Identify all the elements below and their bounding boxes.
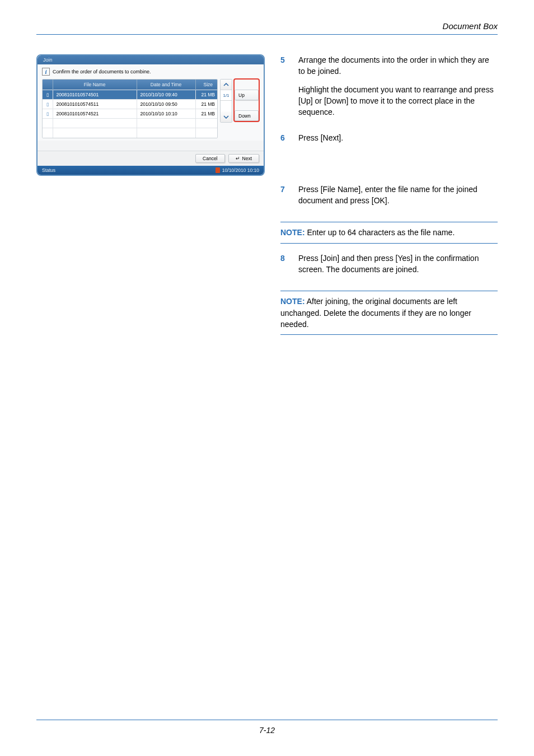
table-row (43, 119, 218, 128)
cell-size: 21 MB (195, 90, 218, 100)
note-text: Enter up to 64 characters as the file na… (305, 228, 455, 237)
join-panel: Join i Confirm the order of documents to… (36, 54, 265, 176)
next-label: Next (242, 156, 252, 161)
note-text: After joining, the original documents ar… (280, 297, 471, 329)
cell-size: 21 MB (195, 100, 218, 109)
step-number: 7 (280, 184, 288, 213)
chevron-down-icon (223, 115, 229, 119)
cell-name: 2008101010574511 (53, 100, 137, 109)
cell-date: 2010/10/10 10:10 (137, 109, 195, 119)
instructions: 5 Arrange the documents into the order i… (280, 54, 498, 344)
down-button[interactable]: Down (235, 110, 259, 121)
step-7: 7 Press [File Name], enter the file name… (280, 184, 498, 213)
table-row[interactable]: ▯ 2008101010574511 2010/10/10 09:50 21 M… (43, 100, 218, 109)
step-number: 8 (280, 253, 288, 282)
step-text: Press [Next]. (298, 132, 343, 143)
file-table: File Name Date and Time Size ▯ 200810101… (42, 79, 218, 138)
content-row: Join i Confirm the order of documents to… (36, 54, 498, 344)
page-indicator: 1/1 (221, 90, 232, 101)
next-button[interactable]: ↵Next (228, 154, 259, 163)
page-footer: 7-12 (0, 720, 534, 735)
note-1: NOTE: Enter up to 64 characters as the f… (280, 222, 498, 243)
cell-name: 2008101010574521 (53, 109, 137, 119)
status-bar: Status 10/10/2010 10:10 (38, 166, 264, 175)
info-row: i Confirm the order of documents to comb… (42, 68, 259, 76)
cancel-button[interactable]: Cancel (195, 154, 224, 163)
step-text: Arrange the documents into the order in … (298, 54, 498, 77)
step-text: Press [File Name], enter the file name f… (298, 184, 498, 207)
cell-date: 2010/10/10 09:40 (137, 90, 195, 100)
status-label[interactable]: Status (42, 167, 55, 174)
table-row[interactable]: ▯ 2008101010574501 2010/10/10 09:40 21 M… (43, 90, 218, 100)
table-row (43, 128, 218, 138)
page-number: 7-12 (259, 726, 275, 735)
page-header: Document Box (36, 21, 498, 35)
info-text: Confirm the order of documents to combin… (53, 69, 151, 74)
status-time: 10/10/2010 10:10 (222, 167, 259, 173)
step-number: 6 (280, 132, 288, 150)
cell-date: 2010/10/10 09:50 (137, 100, 195, 109)
panel-footer: Cancel ↵Next (38, 151, 264, 166)
note-label: NOTE: (280, 228, 305, 237)
step-5: 5 Arrange the documents into the order i… (280, 54, 498, 124)
col-size-header[interactable]: Size (195, 80, 218, 90)
info-icon: i (42, 68, 50, 76)
status-icon (216, 167, 220, 173)
step-text: Press [Join] and then press [Yes] in the… (298, 253, 498, 276)
header-title: Document Box (36, 21, 498, 31)
cell-size: 21 MB (195, 109, 218, 119)
scroll-up-button[interactable] (221, 80, 232, 90)
header-rule (36, 34, 498, 35)
step-6: 6 Press [Next]. (280, 132, 498, 150)
scroll-down-button[interactable] (221, 111, 232, 122)
document-icon: ▯ (46, 102, 49, 107)
up-button[interactable]: Up (235, 90, 259, 100)
document-icon: ▯ (46, 92, 49, 97)
panel-titlebar: Join (38, 55, 264, 64)
chevron-up-icon (223, 83, 229, 86)
col-date-header[interactable]: Date and Time (137, 80, 195, 90)
cell-name: 2008101010574501 (53, 90, 137, 100)
step-text: Highlight the document you want to rearr… (298, 84, 498, 118)
col-name-header[interactable]: File Name (53, 80, 137, 90)
footer-rule (36, 720, 498, 720)
note-label: NOTE: (280, 297, 305, 306)
col-icon-header (43, 80, 53, 90)
step-8: 8 Press [Join] and then press [Yes] in t… (280, 253, 498, 282)
screenshot-figure: Join i Confirm the order of documents to… (36, 54, 265, 344)
enter-icon: ↵ (236, 156, 240, 161)
side-controls: 1/1 Up Do (220, 79, 259, 138)
document-icon: ▯ (46, 111, 49, 116)
step-number: 5 (280, 54, 288, 124)
note-2: NOTE: After joining, the original docume… (280, 291, 498, 335)
table-row[interactable]: ▯ 2008101010574521 2010/10/10 10:10 21 M… (43, 109, 218, 119)
